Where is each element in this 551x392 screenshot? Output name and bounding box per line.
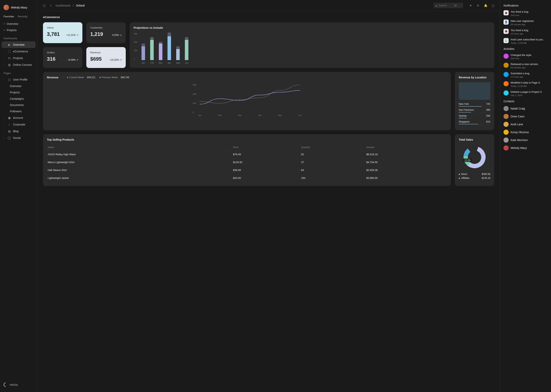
notif-item[interactable]: 🐞You fixed a bug.Just now bbox=[503, 10, 547, 16]
nav-projects[interactable]: ›🗀Projects bbox=[2, 55, 36, 62]
table-row[interactable]: ASOS Ridley High Waist$79.4982$6,518.18 bbox=[47, 150, 447, 158]
avatar bbox=[503, 81, 509, 86]
trend-down-icon: ↘ bbox=[120, 34, 122, 36]
folder-icon: 🗀 bbox=[7, 56, 11, 60]
donut-chart: 22.8% bbox=[462, 144, 487, 170]
contact-item[interactable]: Natali Craig bbox=[503, 106, 547, 111]
fav-tabs: Favorites Recently bbox=[2, 15, 36, 18]
tab-recently[interactable]: Recently bbox=[18, 15, 28, 18]
donut-card: Total Sales 22.8% Direct$300.56Affilliat… bbox=[455, 134, 494, 186]
activity-item[interactable]: Modified A data in Page X.Today, 11:59 A… bbox=[503, 81, 547, 87]
loc-row: Singapore61K bbox=[459, 120, 490, 123]
nav-up-documents[interactable]: Documents bbox=[2, 102, 36, 108]
nav-up-followers[interactable]: Followers bbox=[2, 108, 36, 114]
search-box[interactable]: ⌕ ⌘/ bbox=[434, 3, 463, 8]
breadcrumb-root[interactable]: Dashboards bbox=[56, 4, 71, 7]
chevron-right-icon: › bbox=[4, 64, 6, 66]
activity-item[interactable]: Changed the style.Just now bbox=[503, 54, 547, 60]
location-card: Revenue by Location New York72KSan Franc… bbox=[455, 72, 494, 130]
row-stats: Views 3,781+11.01%↗ Customers 1,219-0.03… bbox=[43, 22, 494, 68]
id-icon: ▢ bbox=[7, 78, 11, 81]
logo-text: nebula bbox=[9, 383, 18, 386]
contact-item[interactable]: Melody Macy bbox=[503, 145, 547, 150]
tab-favorites[interactable]: Favorites bbox=[4, 15, 14, 18]
search-input[interactable] bbox=[439, 4, 452, 7]
avatar bbox=[503, 138, 509, 143]
star-icon[interactable]: ☆ bbox=[49, 4, 53, 7]
nav-up-campaigns[interactable]: Campaigns bbox=[2, 96, 36, 102]
nav-corporate[interactable]: ›⛬Corporate bbox=[2, 121, 36, 128]
bug-icon: 🐞 bbox=[503, 10, 509, 15]
topbar: ▢ ☆ Dashboards / Default ⌕ ⌘/ ☀ ↻ 🔔 ▢ bbox=[37, 0, 500, 11]
avatar bbox=[503, 72, 509, 77]
corporate-icon: ⛬ bbox=[7, 123, 11, 126]
page-title: eCommerce bbox=[43, 15, 494, 19]
svg-text:30K: 30K bbox=[192, 84, 197, 86]
activity-item[interactable]: Released a new version.59 minutes ago bbox=[503, 63, 547, 69]
profile-row[interactable]: Melody Macy bbox=[2, 3, 36, 12]
svg-text:10K: 10K bbox=[192, 102, 197, 105]
legend-current: Current Week $58,211 bbox=[67, 76, 96, 79]
donut-pct: 22.8% bbox=[463, 159, 472, 162]
nav-blog[interactable]: ›▤Blog bbox=[2, 128, 36, 134]
avatar bbox=[503, 63, 509, 68]
row-table: Top Selling Products NamePriceQuantityAm… bbox=[43, 134, 494, 186]
topbar-actions: ☀ ↻ 🔔 ▢ bbox=[469, 4, 495, 7]
breadcrumb-current: Default bbox=[76, 4, 85, 7]
nav-social[interactable]: ›◯Social bbox=[2, 134, 36, 141]
panel-left-icon[interactable]: ▢ bbox=[42, 4, 46, 7]
row-revenue: Revenue | Current Week $58,211 Previous … bbox=[43, 72, 494, 130]
activity-item[interactable]: Submitted a bug.12 hours ago bbox=[503, 72, 547, 78]
nav-online-courses[interactable]: ›▥Online Courses bbox=[2, 62, 36, 68]
breadcrumb: Dashboards / Default bbox=[56, 4, 85, 7]
notif-item[interactable]: 📡Andi Lane subscribed to you.Today, 11:5… bbox=[503, 38, 547, 44]
contact-item[interactable]: Drew Cano bbox=[503, 114, 547, 119]
panel-right-icon[interactable]: ▢ bbox=[491, 4, 495, 7]
chevron-right-icon: › bbox=[4, 79, 6, 81]
svg-text:Feb: Feb bbox=[218, 114, 222, 116]
table-card: Top Selling Products NamePriceQuantityAm… bbox=[43, 134, 451, 186]
projections-card: Projections vs Actuals 30K20K10K0 JanFeb… bbox=[130, 22, 494, 68]
contact-item[interactable]: Andi Lane bbox=[503, 122, 547, 127]
sidebar-right: Notifications 🐞You fixed a bug.Just now👤… bbox=[500, 0, 551, 392]
bell-icon[interactable]: 🔔 bbox=[484, 4, 487, 7]
loc-row: New York72K bbox=[459, 103, 490, 105]
nav-account[interactable]: ›▣Account bbox=[2, 114, 36, 121]
search-kbd: ⌘/ bbox=[454, 4, 457, 7]
contact-item[interactable]: Koray Okumus bbox=[503, 130, 547, 135]
table-row[interactable]: Marco Lightweight Shirt$128.5037$4,754.5… bbox=[47, 158, 447, 166]
history-icon[interactable]: ↻ bbox=[476, 4, 480, 7]
fav-item-projects[interactable]: Projects bbox=[2, 27, 36, 33]
stat-grid: Views 3,781+11.01%↗ Customers 1,219-0.03… bbox=[43, 22, 126, 68]
search-icon: ⌕ bbox=[436, 4, 437, 7]
stat-card-revenue[interactable]: Revenue $695+15.03%↗ bbox=[86, 47, 126, 68]
logo: nebula bbox=[2, 381, 36, 389]
chevron-right-icon: › bbox=[4, 130, 6, 132]
stat-card-orders[interactable]: Orders 316+6.08%↗ bbox=[43, 47, 82, 68]
nav-overview[interactable]: ◐Overview bbox=[2, 41, 36, 48]
stat-card-customers[interactable]: Customers 1,219-0.03%↘ bbox=[86, 22, 126, 43]
revenue-card: Revenue | Current Week $58,211 Previous … bbox=[43, 72, 451, 130]
avatar bbox=[4, 5, 9, 10]
avatar bbox=[503, 145, 509, 150]
notif-item[interactable]: 🐞You fixed a bug.12 hours ago bbox=[503, 29, 547, 35]
svg-text:Mar: Mar bbox=[238, 114, 242, 116]
stat-card-views[interactable]: Views 3,781+11.01%↗ bbox=[43, 22, 82, 43]
loc-row: Sydney25K bbox=[459, 114, 490, 117]
table-header: Amount bbox=[366, 144, 447, 150]
table-row[interactable]: Half Sleeve Shirt$39.9964$2,559.36 bbox=[47, 166, 447, 174]
nav-up-projects[interactable]: Projects bbox=[2, 89, 36, 96]
activity-item[interactable]: Deleted a page in Project X.Feb 2, 2024 bbox=[503, 91, 547, 97]
fav-item-overview[interactable]: Overview bbox=[2, 21, 36, 27]
table-row[interactable]: Lightweight Jacket$20.00184$3,680.00 bbox=[47, 174, 447, 182]
notif-title: Notifications bbox=[503, 4, 547, 7]
nav-user-profile[interactable]: ›▢User Profile bbox=[2, 76, 36, 83]
avatar bbox=[503, 122, 509, 127]
nav-up-overview[interactable]: Overview bbox=[2, 83, 36, 89]
profile-name: Melody Macy bbox=[11, 6, 27, 9]
theme-icon[interactable]: ☀ bbox=[469, 4, 473, 7]
contact-item[interactable]: Kate Morrison bbox=[503, 138, 547, 143]
nav-ecommerce[interactable]: ›⛶eCommerce bbox=[2, 48, 36, 55]
notif-item[interactable]: 👤New user registered.59 minutes ago bbox=[503, 20, 547, 26]
trend-up-icon: ↗ bbox=[120, 58, 122, 61]
